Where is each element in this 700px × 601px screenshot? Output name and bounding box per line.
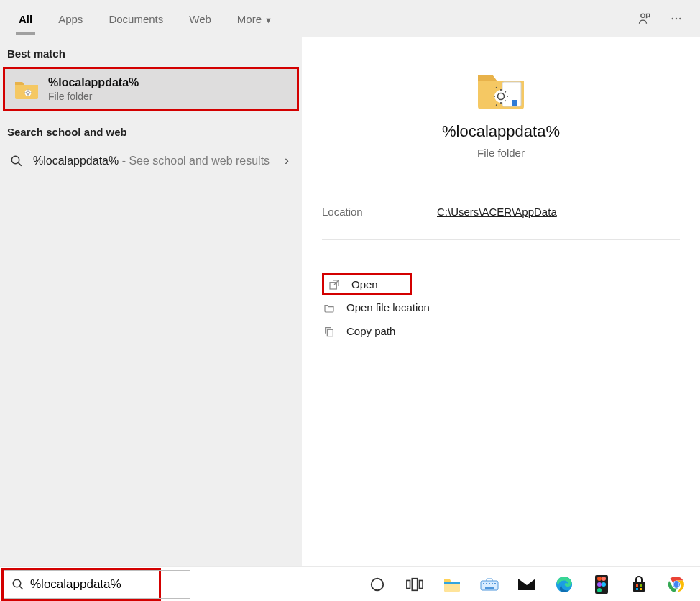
location-value[interactable]: C:\Users\ACER\AppData [437, 206, 557, 218]
tab-documents-label: Documents [109, 13, 163, 25]
svg-point-4 [25, 90, 32, 96]
store-icon[interactable] [630, 575, 648, 594]
preview-title: %localappdata% [302, 122, 700, 141]
results-panel: Best match %localappdata% File folder Se… [0, 37, 302, 566]
copy-icon [322, 326, 336, 337]
search-icon [9, 155, 24, 168]
svg-rect-34 [636, 584, 638, 587]
preview-subtitle: File folder [302, 147, 700, 159]
svg-point-1 [672, 17, 673, 19]
best-match-result[interactable]: %localappdata% File folder [3, 67, 299, 111]
svg-rect-15 [407, 580, 410, 588]
svg-rect-18 [444, 582, 460, 584]
search-icon [11, 578, 24, 591]
svg-rect-17 [419, 580, 423, 588]
search-header: All Apps Documents Web More▼ [0, 0, 700, 37]
tab-more-label: More [237, 13, 262, 25]
search-input[interactable] [30, 577, 183, 592]
open-location-icon [322, 302, 336, 313]
chrome-icon[interactable] [667, 575, 686, 594]
tab-all[interactable]: All [6, 2, 45, 35]
action-copy-path-label: Copy path [346, 325, 395, 337]
action-open-location[interactable]: Open file location [322, 295, 680, 319]
svg-point-2 [676, 17, 677, 19]
divider [322, 239, 680, 240]
more-options-icon[interactable] [668, 11, 684, 27]
svg-point-33 [597, 588, 602, 592]
file-explorer-icon[interactable] [443, 575, 461, 594]
svg-rect-12 [327, 329, 333, 336]
svg-point-6 [11, 156, 19, 164]
school-web-text: %localappdata% - See school and web resu… [33, 152, 276, 169]
tab-web[interactable]: Web [176, 2, 224, 35]
svg-point-30 [602, 577, 606, 581]
tab-more[interactable]: More▼ [224, 2, 285, 35]
preview-panel: %localappdata% File folder Location C:\U… [302, 37, 700, 566]
figma-icon[interactable] [592, 575, 611, 594]
folder-large-icon [475, 66, 527, 112]
best-match-subtitle: File folder [48, 91, 139, 102]
action-open-label: Open [351, 278, 378, 290]
svg-rect-19 [481, 581, 498, 590]
chevron-right-icon: › [285, 153, 293, 168]
svg-rect-20 [485, 587, 494, 589]
tab-apps-label: Apps [58, 13, 83, 25]
tab-web-label: Web [189, 13, 211, 25]
search-box[interactable] [4, 570, 190, 599]
location-row: Location C:\Users\ACER\AppData [302, 206, 700, 225]
open-icon [327, 279, 341, 290]
svg-rect-35 [640, 584, 642, 587]
feedback-icon[interactable] [637, 11, 653, 27]
svg-rect-23 [489, 583, 490, 584]
svg-rect-24 [492, 583, 493, 584]
svg-point-3 [679, 17, 681, 19]
action-open[interactable]: Open [322, 273, 412, 295]
school-web-result[interactable]: %localappdata% - See school and web resu… [0, 145, 302, 176]
svg-point-14 [372, 578, 384, 590]
best-match-title: %localappdata% [48, 76, 139, 89]
school-web-suffix: - See school and web results [119, 155, 270, 167]
mail-icon[interactable] [517, 575, 536, 594]
svg-point-13 [13, 579, 21, 587]
svg-point-0 [641, 14, 645, 17]
svg-rect-21 [483, 583, 484, 584]
school-web-heading: Search school and web [0, 111, 302, 145]
keyboard-icon[interactable] [480, 575, 499, 594]
taskbar [0, 566, 700, 601]
tab-apps[interactable]: Apps [45, 2, 96, 35]
task-view-icon[interactable] [405, 575, 424, 594]
cortana-icon[interactable] [368, 575, 387, 594]
school-web-term: %localappdata% [33, 155, 119, 167]
svg-point-29 [597, 577, 602, 581]
svg-rect-36 [636, 588, 638, 590]
folder-icon [14, 76, 40, 102]
svg-point-31 [597, 582, 602, 587]
action-copy-path[interactable]: Copy path [322, 319, 680, 343]
location-label: Location [322, 206, 437, 218]
svg-rect-22 [486, 583, 487, 584]
search-box-highlight [1, 568, 161, 601]
chevron-down-icon: ▼ [264, 16, 272, 24]
tab-documents[interactable]: Documents [96, 2, 176, 35]
edge-icon[interactable] [555, 575, 574, 594]
best-match-heading: Best match [0, 37, 302, 67]
svg-rect-25 [494, 583, 496, 584]
svg-point-32 [602, 582, 606, 587]
svg-rect-10 [512, 100, 517, 106]
action-open-location-label: Open file location [346, 301, 430, 313]
svg-rect-37 [640, 588, 642, 590]
filter-tabs: All Apps Documents Web More▼ [6, 2, 285, 35]
tab-all-label: All [19, 13, 32, 25]
divider [322, 191, 680, 191]
svg-rect-16 [412, 578, 417, 590]
svg-point-41 [674, 582, 679, 587]
